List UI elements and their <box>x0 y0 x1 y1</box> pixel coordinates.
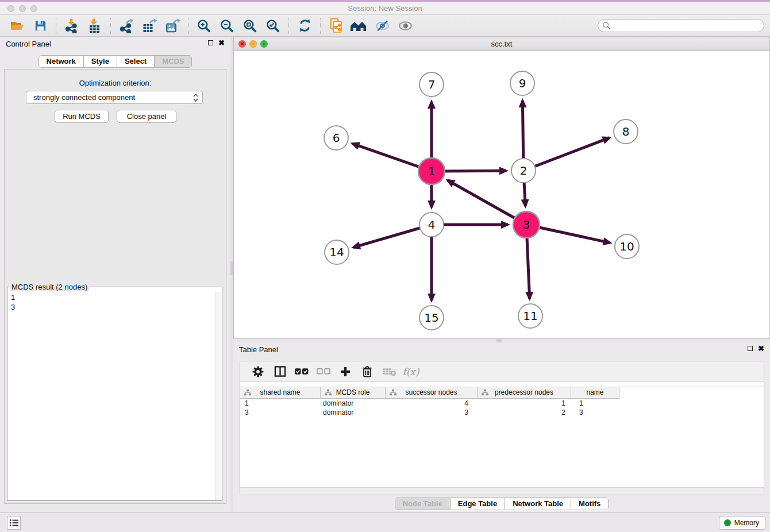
table-cell[interactable]: 1 <box>478 399 571 408</box>
tab-edge-table[interactable]: Edge Table <box>450 498 505 510</box>
graph-node-label-15: 15 <box>424 311 438 325</box>
tab-select[interactable]: Select <box>117 56 154 67</box>
table-toolbar: f(x) <box>240 361 764 382</box>
zoom-out-button[interactable] <box>215 17 238 35</box>
close-panel-icon[interactable]: ✖ <box>218 40 225 46</box>
export-network-button[interactable] <box>115 17 138 35</box>
memory-button[interactable]: Memory <box>719 516 765 530</box>
node-table: f(x) shared name MCDS role successor nod… <box>240 361 764 495</box>
table-cell[interactable]: 2 <box>478 408 571 417</box>
run-mcds-button[interactable]: Run MCDS <box>55 110 109 123</box>
hide-graphics-details-button[interactable] <box>371 17 394 35</box>
task-history-button[interactable] <box>7 516 21 530</box>
save-session-button[interactable] <box>29 17 52 35</box>
mcds-result-box: MCDS result (2 nodes) 1 3 <box>7 283 222 501</box>
table-cell[interactable]: 1 <box>240 399 321 408</box>
import-table-button[interactable] <box>83 17 106 35</box>
control-panel-tabs: NetworkStyleSelectMCDS <box>38 55 192 68</box>
export-table-button[interactable] <box>138 17 161 35</box>
tab-node-table[interactable]: Node Table <box>395 498 450 510</box>
gear-icon <box>252 365 264 378</box>
memory-label: Memory <box>734 519 759 527</box>
column-header-name[interactable]: name <box>571 387 619 399</box>
float-panel-icon[interactable] <box>748 346 753 351</box>
add-column-button[interactable] <box>334 363 356 380</box>
search-icon <box>602 21 611 30</box>
delete-table-button[interactable] <box>378 363 400 380</box>
close-panel-button[interactable]: Close panel <box>117 110 176 123</box>
table-row[interactable]: 1dominator411 <box>240 399 764 408</box>
tab-style[interactable]: Style <box>83 56 117 67</box>
network-canvas[interactable]: 7968124314101511 <box>234 51 769 338</box>
import-network-icon <box>64 18 79 33</box>
tab-network-table[interactable]: Network Table <box>505 498 571 510</box>
table-header-row: shared name MCDS role successor nodes pr… <box>240 387 764 399</box>
window-title: Session: New Session <box>0 4 770 13</box>
import-network-button[interactable] <box>60 17 83 35</box>
select-all-button[interactable] <box>291 363 313 380</box>
delete-table-icon <box>382 367 396 376</box>
tab-network[interactable]: Network <box>39 56 83 67</box>
search-input[interactable] <box>598 19 764 32</box>
deselect-all-button[interactable] <box>313 363 334 380</box>
export-image-button[interactable] <box>161 17 184 35</box>
home-view-button[interactable] <box>348 17 371 35</box>
table-cell[interactable]: dominator <box>321 408 386 417</box>
table-row[interactable]: 3dominator323 <box>240 408 764 417</box>
optimization-criterion-label: Optimization criterion: <box>0 79 230 87</box>
zoom-selected-button[interactable] <box>261 17 284 35</box>
zoom-fit-button[interactable] <box>238 17 261 35</box>
memory-status-icon <box>724 519 731 526</box>
show-graphics-details-button[interactable] <box>394 17 417 35</box>
table-cell[interactable]: 3 <box>571 408 619 417</box>
result-scrollbar[interactable] <box>215 292 221 500</box>
column-header-successor-nodes[interactable]: successor nodes <box>386 387 478 399</box>
tab-mcds[interactable]: MCDS <box>154 56 191 67</box>
toolbar-separator <box>288 18 289 34</box>
graph-edge-2-8[interactable] <box>523 138 610 171</box>
table-cell[interactable]: 3 <box>240 408 321 417</box>
toolbar-separator <box>320 18 321 34</box>
column-header-mcds-role[interactable]: MCDS role <box>321 387 386 399</box>
tab-motifs[interactable]: Motifs <box>571 498 608 510</box>
houses-icon <box>350 19 368 33</box>
column-header-shared-name[interactable]: shared name <box>240 387 321 399</box>
open-session-button[interactable] <box>6 17 29 35</box>
dropdown-stepper-icon <box>193 93 198 106</box>
table-cell[interactable]: dominator <box>321 399 386 408</box>
column-label: MCDS role <box>336 388 370 396</box>
criterion-dropdown[interactable]: strongly connected component <box>26 91 203 104</box>
table-settings-button[interactable] <box>247 363 269 380</box>
graph-node-label-4: 4 <box>428 218 436 232</box>
delete-column-button[interactable] <box>356 363 378 380</box>
table-cell[interactable]: 1 <box>571 399 619 408</box>
graph-node-label-9: 9 <box>519 76 526 90</box>
eye-slash-icon <box>375 20 390 32</box>
trash-icon <box>361 365 373 378</box>
column-header-predecessor-nodes[interactable]: predecessor nodes <box>478 387 571 399</box>
table-cell[interactable]: 4 <box>386 399 478 408</box>
hierarchy-icon <box>244 390 251 396</box>
network-graph[interactable]: 7968124314101511 <box>234 51 769 338</box>
column-label: name <box>586 388 603 396</box>
network-view-window: ✕ − + scc.txt 7968124314101511 <box>233 37 770 339</box>
table-cell[interactable]: 3 <box>386 408 478 417</box>
table-horizontal-scrollbar[interactable] <box>240 487 764 495</box>
zoom-in-button[interactable] <box>192 17 215 35</box>
show-columns-button[interactable] <box>269 363 291 380</box>
column-label: successor nodes <box>405 388 457 396</box>
first-neighbors-button[interactable] <box>325 17 348 35</box>
column-label: predecessor nodes <box>495 388 553 396</box>
control-panel-title: Control Panel <box>6 40 51 48</box>
refresh-layout-button[interactable] <box>293 17 316 35</box>
network-window-titlebar: ✕ − + scc.txt <box>234 37 769 51</box>
graph-node-label-2: 2 <box>520 164 528 178</box>
mcds-result-text: 1 3 <box>7 291 215 500</box>
float-panel-icon[interactable] <box>208 40 213 45</box>
graph-node-label-10: 10 <box>619 240 634 253</box>
export-image-icon <box>165 18 180 33</box>
hierarchy-icon <box>325 390 332 396</box>
close-panel-icon[interactable]: ✖ <box>758 345 764 352</box>
import-table-icon <box>87 18 102 33</box>
function-builder-button[interactable]: f(x) <box>400 363 422 380</box>
